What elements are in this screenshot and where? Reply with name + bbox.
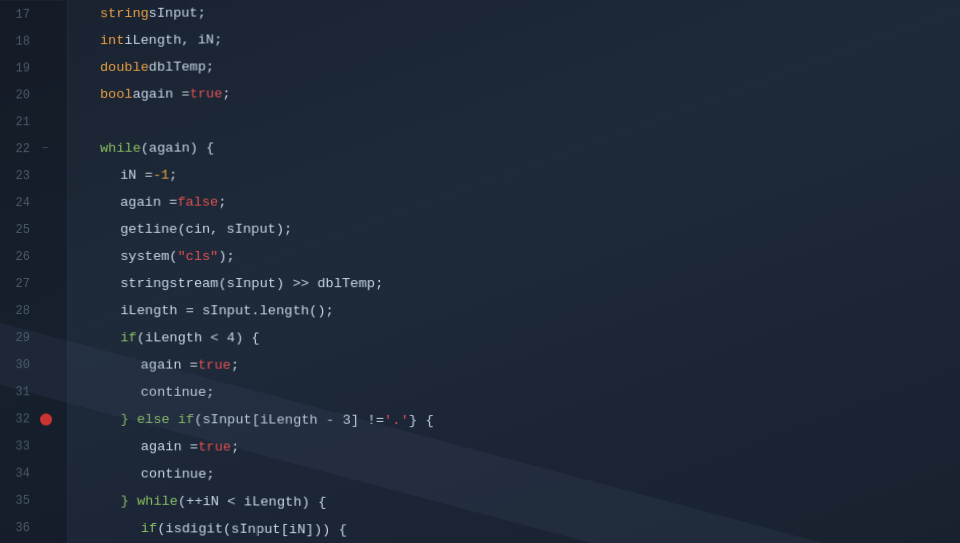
code-line: continue; bbox=[80, 378, 960, 409]
code-line: if (iLength < 4) { bbox=[80, 324, 960, 353]
token-plain: getline(cin, sInput); bbox=[120, 216, 292, 243]
code-area: string sInput;int iLength, iN;double dbl… bbox=[68, 0, 960, 543]
line-number: 25 bbox=[0, 222, 38, 236]
token-plain: (++iN < iLength) { bbox=[178, 488, 326, 516]
code-line: stringstream(sInput) >> dblTemp; bbox=[80, 270, 960, 298]
token-str: '.' bbox=[384, 407, 409, 435]
token-plain: ; bbox=[169, 162, 177, 189]
line-number: 28 bbox=[0, 304, 38, 318]
code-line: again = true; bbox=[80, 351, 960, 381]
code-line: } else if (sInput[iLength - 3] != '.'} { bbox=[80, 406, 960, 437]
token-plain: again = bbox=[141, 351, 198, 378]
gutter-row: 34 bbox=[0, 459, 67, 487]
token-plain: (isdigit(sInput[iN])) { bbox=[157, 515, 347, 543]
line-number: 22 bbox=[0, 142, 38, 156]
gutter-row: 22− bbox=[0, 135, 67, 162]
code-line: iN = -1; bbox=[80, 159, 960, 189]
token-plain: stringstream(sInput) >> dblTemp; bbox=[120, 270, 383, 297]
token-bool-val: true bbox=[198, 433, 231, 460]
code-line: bool again = true; bbox=[80, 76, 960, 108]
code-line bbox=[80, 104, 960, 135]
code-line: while (again) { bbox=[80, 131, 960, 162]
gutter-row: 21 bbox=[0, 108, 67, 135]
line-number: 19 bbox=[0, 61, 38, 75]
code-line: iLength = sInput.length(); bbox=[80, 297, 960, 325]
token-plain: sInput; bbox=[149, 0, 206, 27]
gutter-row: 24 bbox=[0, 189, 67, 216]
token-plain: continue; bbox=[141, 379, 215, 406]
gutter-row: 30 bbox=[0, 351, 67, 378]
code-line: again = false; bbox=[80, 187, 960, 216]
line-number: 17 bbox=[0, 7, 38, 21]
token-kw-ctrl: if bbox=[120, 324, 136, 351]
token-plain: again = bbox=[120, 189, 177, 216]
token-str: "cls" bbox=[177, 243, 218, 270]
line-number: 35 bbox=[0, 493, 38, 507]
line-number: 27 bbox=[0, 276, 38, 290]
token-type: int bbox=[100, 27, 124, 54]
line-number: 24 bbox=[0, 196, 38, 210]
gutter-row: 29 bbox=[0, 324, 67, 351]
token-num: -1 bbox=[153, 162, 169, 189]
line-number: 26 bbox=[0, 249, 38, 263]
line-number: 31 bbox=[0, 385, 38, 399]
token-plain: ); bbox=[218, 243, 234, 270]
fold-indicator[interactable]: − bbox=[38, 143, 52, 154]
line-number: 20 bbox=[0, 88, 38, 102]
gutter-row: 20 bbox=[0, 81, 67, 108]
token-kw-ctrl: if bbox=[141, 515, 157, 542]
line-number: 29 bbox=[0, 331, 38, 345]
gutter-row: 26 bbox=[0, 243, 67, 270]
token-plain: ; bbox=[222, 80, 230, 107]
token-plain: (again) { bbox=[141, 134, 215, 161]
token-type: bool bbox=[100, 81, 133, 108]
token-plain: continue; bbox=[141, 460, 215, 488]
gutter-row: 32 bbox=[0, 405, 67, 432]
token-kw-ctrl: } while bbox=[121, 487, 178, 515]
code-wrapper: 171819202122−232425262728293031323334353… bbox=[0, 0, 960, 543]
token-bool-val: false bbox=[177, 189, 218, 216]
token-plain: again = bbox=[133, 81, 190, 108]
token-plain: (iLength < 4) { bbox=[137, 324, 260, 351]
token-plain: ; bbox=[231, 433, 239, 460]
gutter-row: 36 bbox=[0, 514, 67, 542]
token-plain: dblTemp; bbox=[149, 53, 214, 80]
token-plain: ; bbox=[231, 352, 239, 379]
token-plain: ; bbox=[218, 189, 226, 216]
gutter-row: 35 bbox=[0, 487, 67, 515]
token-kw-ctrl: while bbox=[100, 135, 141, 162]
gutter-row: 28 bbox=[0, 297, 67, 324]
token-plain: iLength = sInput.length(); bbox=[120, 297, 333, 324]
token-plain: iLength, iN; bbox=[124, 26, 222, 54]
line-number: 36 bbox=[0, 520, 38, 534]
line-number: 18 bbox=[0, 34, 38, 48]
token-plain: again = bbox=[141, 433, 198, 461]
token-plain: (sInput[iLength - 3] != bbox=[194, 406, 384, 434]
gutter-row: 33 bbox=[0, 432, 67, 460]
line-number: 23 bbox=[0, 169, 38, 183]
line-number: 30 bbox=[0, 358, 38, 372]
breakpoint[interactable] bbox=[40, 413, 52, 425]
token-bool-val: true bbox=[198, 352, 231, 379]
line-number: 34 bbox=[0, 466, 38, 480]
line-number: 32 bbox=[0, 412, 38, 426]
gutter-row: 25 bbox=[0, 216, 67, 243]
code-line: system("cls"); bbox=[80, 242, 960, 270]
token-plain: } { bbox=[409, 407, 434, 435]
gutter-row: 18 bbox=[0, 27, 67, 54]
token-bool-val: true bbox=[190, 80, 223, 107]
line-number: 33 bbox=[0, 439, 38, 453]
token-type: string bbox=[100, 0, 149, 27]
code-line: if (isdigit(sInput[iN])) { bbox=[80, 514, 960, 543]
gutter-row: 17 bbox=[0, 1, 67, 28]
gutter-row: 23 bbox=[0, 162, 67, 189]
token-kw-ctrl: } else if bbox=[120, 406, 194, 434]
gutter-row: 19 bbox=[0, 54, 67, 81]
token-plain: system( bbox=[120, 243, 177, 270]
code-line: getline(cin, sInput); bbox=[80, 214, 960, 242]
editor-container: 171819202122−232425262728293031323334353… bbox=[0, 0, 960, 543]
token-plain: iN = bbox=[120, 162, 153, 189]
line-gutter: 171819202122−232425262728293031323334353… bbox=[0, 1, 68, 543]
line-number: 21 bbox=[0, 115, 38, 129]
gutter-row: 27 bbox=[0, 270, 67, 297]
